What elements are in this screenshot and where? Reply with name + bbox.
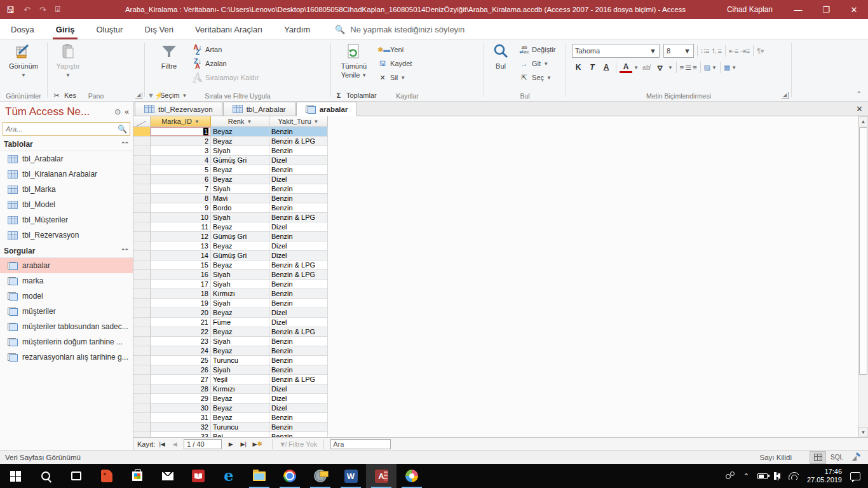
close-object-icon[interactable]: ✕ [856, 104, 863, 114]
cell-marka-id[interactable]: 10 [151, 213, 211, 222]
save-icon[interactable]: 🖫 [6, 5, 15, 15]
clipboard-dialog-launcher[interactable]: ◢ [135, 92, 142, 99]
reader-app[interactable] [183, 464, 214, 488]
nav-item-model[interactable]: model [0, 288, 133, 304]
mail-app[interactable] [153, 464, 183, 488]
cell-yakit-turu[interactable]: Benzin & LPG [269, 213, 328, 222]
cell-yakit-turu[interactable]: Dizel [269, 251, 328, 261]
cell-yakit-turu[interactable]: Benzin [269, 365, 328, 375]
cell-marka-id[interactable]: 16 [151, 270, 211, 280]
cell-yakit-turu[interactable]: Benzin [269, 289, 328, 299]
cell-marka-id[interactable]: 28 [151, 384, 211, 394]
battery-icon[interactable] [757, 473, 768, 479]
ribbon-tab-oluştur[interactable]: Oluştur [85, 19, 133, 39]
bold-button[interactable]: K [572, 60, 585, 74]
nav-item-tbl-model[interactable]: tbl_Model [0, 197, 133, 212]
font-size-combo[interactable]: 8 ▼ [663, 44, 694, 58]
nav-item-tbl-müşteriler[interactable]: tbl_Müşteriler [0, 212, 133, 227]
filter-button[interactable]: Filtre [151, 40, 187, 86]
cell-renk[interactable]: Siyah [211, 213, 269, 222]
restore-button[interactable]: ❐ [812, 0, 840, 19]
next-record-icon[interactable]: ▶ [225, 441, 236, 447]
nav-item-tbl-rezervasyon[interactable]: tbl_Rezervasyon [0, 227, 133, 243]
row-selector[interactable] [133, 365, 151, 375]
cell-renk[interactable]: Beyaz [211, 127, 269, 137]
cell-marka-id[interactable]: 22 [151, 327, 211, 337]
cell-marka-id[interactable]: 15 [151, 261, 211, 270]
italic-button[interactable]: T [586, 60, 599, 74]
save-record-button[interactable]: 🖫 Kaydet [375, 57, 424, 71]
first-record-icon[interactable]: |◀ [156, 441, 168, 447]
row-selector[interactable] [133, 356, 151, 365]
cell-yakit-turu[interactable]: Benzin [269, 127, 328, 137]
view-button[interactable]: Görünüm ▼ [6, 40, 41, 86]
nav-item-müşterilerin-doğum-tarihine-[interactable]: müşterilerin doğum tarihine ... [0, 334, 133, 349]
cell-marka-id[interactable]: 25 [151, 356, 211, 365]
row-selector[interactable] [133, 384, 151, 394]
cell-yakit-turu[interactable]: Benzin & LPG [269, 375, 328, 384]
cell-renk[interactable]: Beyaz [211, 308, 269, 318]
nav-item-rezarvasyonları-alış-tarihine-g[interactable]: rezarvasyonları alış tarihine g... [0, 349, 133, 365]
cell-yakit-turu[interactable]: Dizel [269, 318, 328, 327]
cell-marka-id[interactable]: 2 [151, 137, 211, 146]
cell-yakit-turu[interactable]: Benzin [269, 232, 328, 241]
cell-marka-id[interactable]: 11 [151, 222, 211, 232]
remove-sort-button[interactable]: AZ✎ Sıralamayı Kaldır [190, 71, 271, 85]
last-record-icon[interactable]: ▶| [238, 441, 249, 447]
cell-renk[interactable]: Beyaz [211, 403, 269, 413]
cell-renk[interactable]: Siyah [211, 270, 269, 280]
cell-marka-id[interactable]: 24 [151, 346, 211, 356]
nav-item-müşteriler-tablosundan-sadec[interactable]: müşteriler tablosundan sadec... [0, 319, 133, 334]
word-app[interactable]: W [336, 464, 366, 488]
task-view[interactable] [61, 464, 92, 488]
nav-item-arabalar[interactable]: arabalar [0, 258, 133, 273]
cell-yakit-turu[interactable]: Benzin [269, 346, 328, 356]
navpane-search-box[interactable]: 🔍 [3, 122, 130, 136]
row-selector[interactable] [133, 375, 151, 384]
navpane-menu-icon[interactable]: ⊙ [114, 107, 121, 116]
cell-marka-id[interactable]: 31 [151, 413, 211, 423]
font-color-button[interactable]: A [620, 62, 632, 73]
cell-marka-id[interactable]: 13 [151, 241, 211, 251]
select-all-corner[interactable] [133, 116, 151, 127]
row-selector[interactable] [133, 261, 151, 270]
cell-marka-id[interactable]: 14 [151, 251, 211, 261]
access-app[interactable]: A [366, 464, 397, 488]
gridlines-icon[interactable]: ▨ [704, 64, 710, 72]
sort-descending-button[interactable]: Z↓A Azalan [190, 57, 271, 71]
increase-indent-icon[interactable]: ⇥≡ [740, 47, 750, 55]
row-selector[interactable] [133, 194, 151, 203]
cell-marka-id[interactable]: 23 [151, 337, 211, 346]
ribbon-tab-yardım[interactable]: Yardım [273, 19, 321, 39]
new-blank-record-icon[interactable]: ▶✱ [250, 440, 264, 447]
taskbar-search[interactable] [31, 464, 61, 488]
record-position[interactable]: 1 / 40 [184, 439, 222, 449]
tray-chevron-up-icon[interactable]: ⌃ [743, 472, 749, 480]
globe-mail-app[interactable] [305, 464, 336, 488]
cell-renk[interactable]: Beyaz [211, 222, 269, 232]
row-selector[interactable] [133, 146, 151, 156]
cell-marka-id[interactable]: 20 [151, 308, 211, 318]
nav-item-tbl-marka[interactable]: tbl_Marka [0, 182, 133, 197]
cell-renk[interactable]: Bordo [211, 203, 269, 213]
row-selector[interactable] [133, 165, 151, 175]
cell-renk[interactable]: Siyah [211, 280, 269, 289]
cell-marka-id[interactable]: 32 [151, 423, 211, 432]
find-button[interactable]: Bul [487, 40, 515, 86]
cell-marka-id[interactable]: 8 [151, 194, 211, 203]
fill-color-button[interactable]: 🜄 [654, 60, 667, 74]
cell-marka-id[interactable]: 1 [151, 127, 211, 137]
column-header-yakit-turu[interactable]: Yakit_Turu ▼ [269, 116, 328, 127]
app-figure[interactable] [92, 464, 122, 488]
nav-section-query[interactable]: Sorgular⌃⌃ [0, 244, 133, 258]
underline-button[interactable]: A [600, 60, 613, 74]
delete-record-button[interactable]: ✕ Sil ▼ [375, 71, 424, 85]
row-selector[interactable] [133, 137, 151, 146]
design-view-button[interactable] [848, 451, 864, 464]
microsoft-store[interactable] [122, 464, 153, 488]
cell-yakit-turu[interactable]: Benzin & LPG [269, 270, 328, 280]
row-selector[interactable] [133, 251, 151, 261]
row-selector[interactable] [133, 346, 151, 356]
cell-marka-id[interactable]: 21 [151, 318, 211, 327]
volume-icon[interactable] [776, 473, 780, 479]
